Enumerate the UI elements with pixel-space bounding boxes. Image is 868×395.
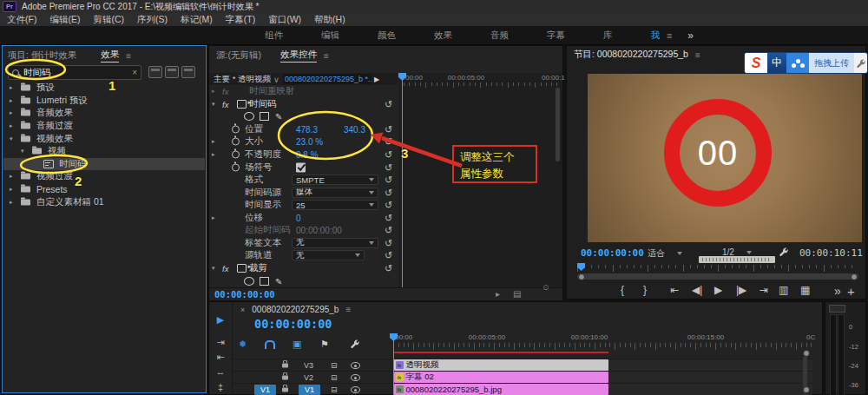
lock-icon[interactable] (282, 388, 288, 392)
tab-source-monitor[interactable]: 源:(无剪辑) (216, 49, 261, 62)
effects-search-input[interactable]: 时间码 × (8, 65, 141, 80)
param-select-时间显示[interactable]: 25 (292, 200, 378, 210)
panel-menu-icon[interactable]: ≡ (126, 51, 131, 61)
effect-row-标签文本[interactable]: 标签文本无↺ (209, 237, 398, 250)
chevron-right-icon[interactable]: ▸ (10, 97, 13, 104)
mark-in-button[interactable]: { (621, 284, 624, 296)
mask-ellipse-icon[interactable] (244, 112, 254, 121)
effect-row-不透明度[interactable]: ▸不透明度0.8 %↺ (209, 148, 398, 161)
menu-剪辑[interactable]: 剪辑(C) (93, 14, 124, 26)
accelerated-effects-filter-icon[interactable] (148, 66, 162, 78)
stopwatch-icon[interactable] (232, 138, 240, 146)
step-forward-button[interactable]: |▶ (736, 284, 746, 296)
ime-mode-button[interactable]: 中 (767, 53, 786, 73)
scrollbar-handle[interactable] (556, 88, 560, 161)
timeline-settings-wrench-icon[interactable] (350, 339, 360, 351)
chevron-right-icon[interactable]: ▸ (10, 122, 13, 129)
delete-effect-icon[interactable]: ▤ (513, 289, 521, 299)
sogou-ime-toolbar[interactable]: S 中 拖拽上传 (744, 52, 868, 74)
mask-ellipse-icon[interactable] (244, 277, 254, 286)
chevron-right-icon[interactable]: ▸ (10, 173, 13, 180)
tree-item-时间码[interactable]: 时间码 (3, 158, 205, 171)
linked-selection-icon[interactable]: ▣ (293, 339, 301, 350)
program-zoom-scrollbar[interactable] (577, 273, 858, 280)
snap-magnet-icon[interactable] (265, 340, 275, 349)
ime-settings-wrench-icon[interactable] (854, 53, 867, 73)
toggle-output-eye-icon[interactable] (351, 362, 360, 369)
workspace-tab-效果[interactable]: 效果 (415, 30, 471, 42)
track-lane-V2[interactable]: fx字幕 02 (393, 371, 812, 384)
effect-row-源轨道[interactable]: 源轨道无↺ (209, 249, 398, 262)
lock-icon[interactable] (282, 364, 288, 368)
tree-item-Lumetri 预设[interactable]: ▸Lumetri 预设 (3, 95, 205, 108)
panel-menu-icon[interactable]: ≡ (667, 30, 672, 41)
clip-透明视频[interactable]: fx透明视频 (394, 359, 608, 371)
workspace-tab-颜色[interactable]: 颜色 (358, 30, 415, 42)
panel-menu-icon[interactable]: ≡ (345, 305, 351, 314)
menu-字幕[interactable]: 字幕(T) (226, 14, 255, 26)
mask-rect-icon[interactable] (260, 277, 269, 286)
nest-sequence-icon[interactable]: ❅ (239, 339, 247, 350)
menu-窗口[interactable]: 窗口(W) (268, 14, 301, 26)
effect-row-裁剪[interactable]: ▾fx裁剪↺ (209, 262, 398, 275)
toggle-output-eye-icon[interactable] (351, 374, 360, 381)
sequence-clip-selector[interactable]: 0008020220275295_b *... (283, 74, 372, 84)
zoom-handle-right[interactable] (851, 273, 858, 280)
param-value[interactable]: 00:00:00:00 (296, 226, 342, 235)
reset-icon[interactable]: ↺ (385, 149, 392, 161)
reset-icon[interactable]: ↺ (385, 262, 392, 273)
ime-account-icon[interactable] (786, 53, 809, 73)
timeline-timecode[interactable]: 00:00:00:00 (254, 317, 332, 331)
tab-effects[interactable]: 效果 (101, 49, 119, 63)
menu-序列[interactable]: 序列(S) (137, 14, 168, 26)
effect-controls-timecode[interactable]: 00:00:00:00 (214, 289, 275, 300)
scroll-dot-icon[interactable]: ⊙ (542, 283, 549, 292)
workspace-tab-字幕[interactable]: 字幕 (528, 30, 584, 42)
chevron-down-icon[interactable]: ▾ (212, 101, 215, 108)
play-audio-icon[interactable]: ▸ (496, 289, 500, 299)
param-value[interactable]: 0 (296, 213, 301, 222)
source-patch-V1[interactable]: V1 (254, 385, 276, 395)
close-icon[interactable]: × (240, 306, 245, 314)
tree-item-视频效果[interactable]: ▾视频效果 (3, 132, 205, 145)
reset-icon[interactable]: ↺ (385, 212, 392, 223)
reset-icon[interactable]: ↺ (385, 187, 392, 198)
mask-rect-icon[interactable] (260, 112, 269, 121)
program-preview[interactable]: 00 (588, 74, 862, 242)
timeline-scroll-dot[interactable] (803, 386, 810, 393)
reset-icon[interactable]: ↺ (385, 161, 392, 173)
tree-item-音频效果[interactable]: ▸音频效果 (3, 107, 205, 120)
selection-tool[interactable]: ▶ (217, 314, 224, 326)
reset-icon[interactable]: ↺ (385, 250, 392, 261)
ime-upload-button[interactable]: 拖拽上传 (809, 53, 854, 73)
effect-row-大小[interactable]: ▸大小23.0 %↺ (209, 135, 398, 148)
stopwatch-icon[interactable] (232, 125, 240, 133)
clip-0008020220275295_b.jpg[interactable]: fx0008020220275295_b.jpg (394, 384, 608, 395)
sync-lock-icon[interactable]: ⊟ (331, 373, 338, 382)
track-target-V1[interactable]: V1 (299, 385, 320, 395)
panel-menu-icon[interactable]: ≡ (324, 51, 329, 61)
reset-icon[interactable]: ↺ (385, 237, 392, 248)
program-timecode[interactable]: 00:00:00:00 (581, 247, 644, 259)
chevron-right-icon[interactable]: ▸ (10, 199, 13, 206)
menu-编辑[interactable]: 编辑(E) (49, 14, 80, 26)
tree-item-Presets[interactable]: ▸Presets (3, 183, 205, 196)
workspace-tab-音频[interactable]: 音频 (471, 30, 528, 42)
reset-icon[interactable]: ↺ (385, 225, 392, 236)
chevron-right-icon[interactable]: ▸ (212, 214, 215, 221)
stopwatch-icon[interactable] (232, 163, 240, 171)
zoom-handle-left[interactable] (578, 273, 585, 280)
effect-row-格式[interactable]: 格式SMPTE↺ (209, 174, 398, 187)
reset-icon[interactable]: ↺ (385, 98, 392, 109)
workspace-tab-组件[interactable]: 组件 (246, 30, 302, 42)
expand-arrow-icon[interactable]: ▶ (374, 76, 379, 83)
track-lane-V1[interactable]: fx0008020220275295_b.jpg (393, 383, 812, 395)
param-select-源轨道[interactable]: 无 (292, 250, 365, 260)
reset-icon[interactable]: ↺ (385, 123, 392, 135)
tree-item-视频[interactable]: ▾视频 (3, 145, 205, 158)
tree-item-预设[interactable]: ▸预设 (3, 82, 205, 95)
chevron-right-icon[interactable]: ▸ (212, 138, 215, 145)
chevron-down-icon[interactable]: ▾ (212, 265, 215, 272)
workspace-tab-编辑[interactable]: 编辑 (302, 30, 358, 42)
mark-out-button[interactable]: } (643, 284, 647, 296)
